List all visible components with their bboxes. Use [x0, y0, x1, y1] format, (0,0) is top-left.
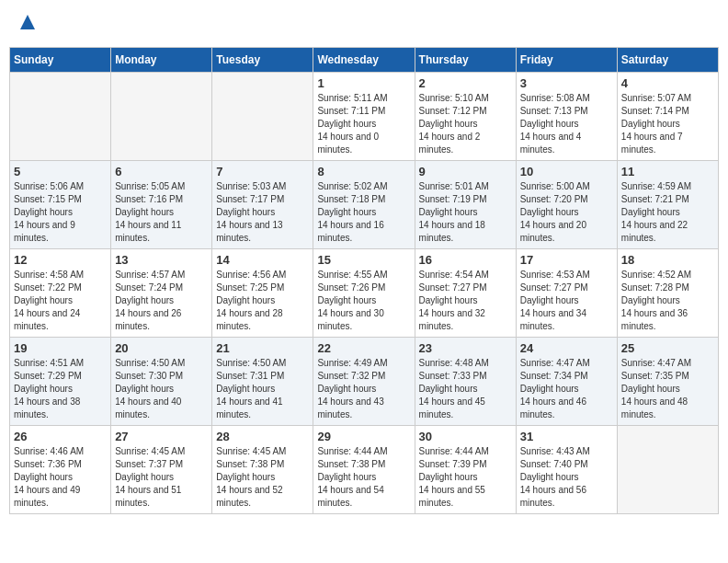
week-row-3: 12 Sunrise: 4:58 AM Sunset: 7:22 PM Dayl… [10, 249, 719, 338]
day-info: Sunrise: 4:45 AM Sunset: 7:37 PM Dayligh… [115, 445, 208, 510]
day-cell: 12 Sunrise: 4:58 AM Sunset: 7:22 PM Dayl… [10, 249, 111, 338]
day-info: Sunrise: 5:05 AM Sunset: 7:16 PM Dayligh… [115, 180, 208, 245]
day-info: Sunrise: 5:00 AM Sunset: 7:20 PM Dayligh… [520, 180, 613, 245]
day-cell: 7 Sunrise: 5:03 AM Sunset: 7:17 PM Dayli… [212, 161, 313, 249]
day-info: Sunrise: 4:47 AM Sunset: 7:35 PM Dayligh… [621, 357, 714, 421]
day-info: Sunrise: 4:50 AM Sunset: 7:31 PM Dayligh… [216, 357, 309, 421]
day-cell: 21 Sunrise: 4:50 AM Sunset: 7:31 PM Dayl… [212, 338, 313, 426]
day-info: Sunrise: 4:52 AM Sunset: 7:28 PM Dayligh… [621, 269, 714, 333]
header-monday: Monday [111, 48, 212, 73]
header-saturday: Saturday [617, 48, 718, 73]
day-cell: 3 Sunrise: 5:08 AM Sunset: 7:13 PM Dayli… [516, 73, 617, 161]
day-cell: 26 Sunrise: 4:46 AM Sunset: 7:36 PM Dayl… [10, 426, 111, 514]
day-cell: 30 Sunrise: 4:44 AM Sunset: 7:39 PM Dayl… [415, 426, 516, 514]
day-cell: 11 Sunrise: 4:59 AM Sunset: 7:21 PM Dayl… [617, 161, 718, 249]
day-number: 28 [216, 430, 309, 443]
day-number: 17 [520, 253, 613, 267]
day-cell: 17 Sunrise: 4:53 AM Sunset: 7:27 PM Dayl… [516, 249, 617, 338]
day-number: 31 [520, 430, 613, 443]
day-number: 27 [115, 430, 208, 443]
week-row-4: 19 Sunrise: 4:51 AM Sunset: 7:29 PM Dayl… [10, 338, 719, 426]
day-info: Sunrise: 4:44 AM Sunset: 7:38 PM Dayligh… [317, 445, 410, 510]
day-number: 10 [520, 165, 613, 178]
day-number: 14 [216, 253, 309, 267]
day-cell: 28 Sunrise: 4:45 AM Sunset: 7:38 PM Dayl… [212, 426, 313, 514]
page-header [9, 9, 719, 40]
day-cell: 5 Sunrise: 5:06 AM Sunset: 7:15 PM Dayli… [10, 161, 111, 249]
day-cell: 27 Sunrise: 4:45 AM Sunset: 7:37 PM Dayl… [111, 426, 212, 514]
day-cell: 18 Sunrise: 4:52 AM Sunset: 7:28 PM Dayl… [617, 249, 718, 338]
day-number: 11 [621, 165, 714, 178]
day-number: 26 [14, 430, 107, 443]
day-cell: 29 Sunrise: 4:44 AM Sunset: 7:38 PM Dayl… [313, 426, 415, 514]
header-sunday: Sunday [10, 48, 111, 73]
day-number: 16 [419, 253, 512, 267]
day-info: Sunrise: 5:02 AM Sunset: 7:18 PM Dayligh… [317, 180, 410, 245]
day-info: Sunrise: 5:07 AM Sunset: 7:14 PM Dayligh… [621, 92, 714, 156]
day-number: 21 [216, 341, 309, 355]
day-info: Sunrise: 4:46 AM Sunset: 7:36 PM Dayligh… [14, 445, 107, 510]
day-number: 19 [14, 341, 107, 355]
day-cell: 19 Sunrise: 4:51 AM Sunset: 7:29 PM Dayl… [10, 338, 111, 426]
day-cell: 14 Sunrise: 4:56 AM Sunset: 7:25 PM Dayl… [212, 249, 313, 338]
week-row-1: 1 Sunrise: 5:11 AM Sunset: 7:11 PM Dayli… [10, 73, 719, 161]
day-number: 24 [520, 341, 613, 355]
day-cell [111, 73, 212, 161]
day-number: 30 [419, 430, 512, 443]
day-cell: 10 Sunrise: 5:00 AM Sunset: 7:20 PM Dayl… [516, 161, 617, 249]
day-cell: 25 Sunrise: 4:47 AM Sunset: 7:35 PM Dayl… [617, 338, 718, 426]
day-info: Sunrise: 4:43 AM Sunset: 7:40 PM Dayligh… [520, 445, 613, 510]
day-cell: 9 Sunrise: 5:01 AM Sunset: 7:19 PM Dayli… [415, 161, 516, 249]
day-number: 9 [419, 165, 512, 178]
day-info: Sunrise: 4:44 AM Sunset: 7:39 PM Dayligh… [419, 445, 512, 510]
day-number: 18 [621, 253, 714, 267]
week-row-5: 26 Sunrise: 4:46 AM Sunset: 7:36 PM Dayl… [10, 426, 719, 514]
header-friday: Friday [516, 48, 617, 73]
day-number: 1 [317, 76, 410, 90]
day-info: Sunrise: 5:11 AM Sunset: 7:11 PM Dayligh… [317, 92, 410, 156]
day-info: Sunrise: 4:45 AM Sunset: 7:38 PM Dayligh… [216, 445, 309, 510]
day-info: Sunrise: 4:50 AM Sunset: 7:30 PM Dayligh… [115, 357, 208, 421]
day-number: 12 [14, 253, 107, 267]
day-number: 4 [621, 76, 714, 90]
calendar-table: SundayMondayTuesdayWednesdayThursdayFrid… [9, 47, 719, 514]
header-row: SundayMondayTuesdayWednesdayThursdayFrid… [10, 48, 719, 73]
day-number: 5 [14, 165, 107, 178]
day-number: 15 [317, 253, 410, 267]
day-cell: 4 Sunrise: 5:07 AM Sunset: 7:14 PM Dayli… [617, 73, 718, 161]
day-number: 29 [317, 430, 410, 443]
day-number: 23 [419, 341, 512, 355]
day-number: 20 [115, 341, 208, 355]
day-cell: 8 Sunrise: 5:02 AM Sunset: 7:18 PM Dayli… [313, 161, 415, 249]
day-info: Sunrise: 4:58 AM Sunset: 7:22 PM Dayligh… [14, 269, 107, 333]
day-cell: 15 Sunrise: 4:55 AM Sunset: 7:26 PM Dayl… [313, 249, 415, 338]
day-info: Sunrise: 5:10 AM Sunset: 7:12 PM Dayligh… [419, 92, 512, 156]
day-info: Sunrise: 4:51 AM Sunset: 7:29 PM Dayligh… [14, 357, 107, 421]
logo-icon [18, 13, 37, 31]
day-number: 3 [520, 76, 613, 90]
day-info: Sunrise: 4:56 AM Sunset: 7:25 PM Dayligh… [216, 269, 309, 333]
day-cell: 1 Sunrise: 5:11 AM Sunset: 7:11 PM Dayli… [313, 73, 415, 161]
day-info: Sunrise: 5:08 AM Sunset: 7:13 PM Dayligh… [520, 92, 613, 156]
day-cell [212, 73, 313, 161]
logo [17, 13, 37, 36]
day-info: Sunrise: 4:49 AM Sunset: 7:32 PM Dayligh… [317, 357, 410, 421]
day-number: 2 [419, 76, 512, 90]
day-cell [10, 73, 111, 161]
logo-text [17, 13, 37, 36]
day-info: Sunrise: 4:59 AM Sunset: 7:21 PM Dayligh… [621, 180, 714, 245]
day-number: 13 [115, 253, 208, 267]
day-cell: 24 Sunrise: 4:47 AM Sunset: 7:34 PM Dayl… [516, 338, 617, 426]
day-info: Sunrise: 4:57 AM Sunset: 7:24 PM Dayligh… [115, 269, 208, 333]
header-thursday: Thursday [415, 48, 516, 73]
header-tuesday: Tuesday [212, 48, 313, 73]
day-number: 22 [317, 341, 410, 355]
day-cell: 23 Sunrise: 4:48 AM Sunset: 7:33 PM Dayl… [415, 338, 516, 426]
day-number: 7 [216, 165, 309, 178]
week-row-2: 5 Sunrise: 5:06 AM Sunset: 7:15 PM Dayli… [10, 161, 719, 249]
day-cell: 22 Sunrise: 4:49 AM Sunset: 7:32 PM Dayl… [313, 338, 415, 426]
day-cell: 20 Sunrise: 4:50 AM Sunset: 7:30 PM Dayl… [111, 338, 212, 426]
header-wednesday: Wednesday [313, 48, 415, 73]
day-info: Sunrise: 4:54 AM Sunset: 7:27 PM Dayligh… [419, 269, 512, 333]
day-info: Sunrise: 4:55 AM Sunset: 7:26 PM Dayligh… [317, 269, 410, 333]
